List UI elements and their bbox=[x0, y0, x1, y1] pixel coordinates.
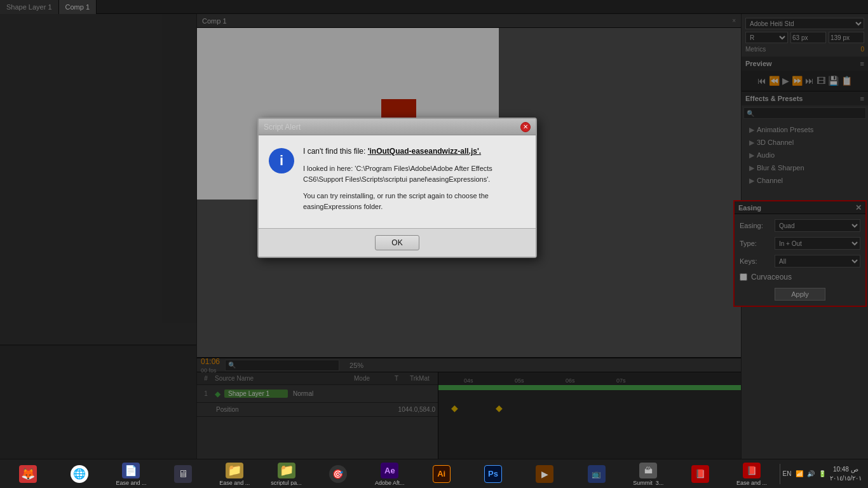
dialog-title-bar: Script Alert ✕ bbox=[259, 119, 536, 135]
ai-icon: Ai bbox=[433, 465, 451, 483]
ease-1-icon: 📄 bbox=[122, 463, 140, 478]
taskbar-label-ease-1: Ease and ... bbox=[116, 480, 146, 485]
kwp-icon: 🖥 bbox=[174, 465, 192, 483]
ae-icon: Ae bbox=[381, 463, 398, 478]
taskbar-label-ease-3: Ease and ... bbox=[736, 480, 767, 485]
321-icon: 📺 bbox=[588, 465, 606, 483]
taskbar-item-ease-and-2[interactable]: 📁 Ease and ... bbox=[210, 461, 260, 487]
dialog-body: i I can't find this file: 'inOutQuad-eas… bbox=[259, 135, 536, 228]
taskbar-label-scriptul: scriptul pa... bbox=[271, 480, 302, 485]
taskbar-item-firefox[interactable]: 🦊 bbox=[3, 461, 53, 487]
dialog-title-text: Script Alert bbox=[264, 123, 301, 132]
taskbar-separator bbox=[780, 464, 780, 484]
dialog-sub-message-1: I looked in here: 'C:\Program Files\Adob… bbox=[303, 163, 526, 184]
dialog-info-icon: i bbox=[269, 148, 294, 173]
taskbar-item-kwp[interactable]: 🖥 bbox=[158, 461, 208, 487]
taskbar-label-summit: Summit_3... bbox=[633, 480, 663, 485]
taskbar-item-321[interactable]: 📺 bbox=[571, 461, 621, 487]
taskbar-item-media[interactable]: ▶ bbox=[520, 461, 570, 487]
dialog-footer: OK bbox=[259, 228, 536, 257]
ae-ball-icon: 🎯 bbox=[329, 465, 347, 483]
tray-battery-icon: 🔋 bbox=[818, 470, 826, 477]
media-icon: ▶ bbox=[536, 465, 553, 483]
taskbar-item-ae-ball[interactable]: 🎯 bbox=[313, 461, 363, 487]
clock-date: ٢٠١٤/١٥/٢٠١ bbox=[830, 474, 862, 483]
taskbar-system-tray: EN 📶 🔊 🔋 10:48 ص ٢٠١٤/١٥/٢٠١ bbox=[783, 465, 865, 483]
taskbar-item-ease-and-3[interactable]: 📕 Ease and ... bbox=[726, 461, 776, 487]
dialog-ok-button[interactable]: OK bbox=[375, 235, 419, 250]
chrome-icon: 🌐 bbox=[71, 465, 88, 483]
taskbar-item-pdf[interactable]: 📕 bbox=[675, 461, 725, 487]
ease-3-icon: 📕 bbox=[743, 463, 761, 478]
ps-icon: Ps bbox=[484, 465, 502, 483]
taskbar: 🦊 🌐 📄 Ease and ... 🖥 📁 Ease and ... 📁 sc… bbox=[0, 459, 868, 488]
taskbar-item-scriptul[interactable]: 📁 scriptul pa... bbox=[261, 461, 311, 487]
tray-network-icon: 📶 bbox=[796, 470, 803, 477]
ease-2-icon: 📁 bbox=[226, 463, 243, 478]
dialog-sub-message-2: You can try reinstalling, or run the scr… bbox=[303, 191, 526, 212]
clock-time: 10:48 ص bbox=[830, 465, 862, 474]
taskbar-item-ps[interactable]: Ps bbox=[468, 461, 518, 487]
dialog-text-area: I can't find this file: 'inOutQuad-easea… bbox=[303, 146, 526, 218]
scriptul-icon: 📁 bbox=[278, 463, 295, 478]
taskbar-label-ae: Adobe Aft... bbox=[375, 480, 405, 485]
taskbar-item-chrome[interactable]: 🌐 bbox=[54, 461, 104, 487]
taskbar-item-ease-and-1[interactable]: 📄 Ease and ... bbox=[106, 461, 156, 487]
firefox-icon: 🦊 bbox=[19, 465, 37, 483]
tray-sound-icon: 🔊 bbox=[807, 470, 815, 477]
script-alert-dialog: Script Alert ✕ i I can't find this file:… bbox=[257, 118, 537, 258]
taskbar-label-ease-2: Ease and ... bbox=[219, 480, 250, 485]
taskbar-item-summit[interactable]: 🏔 Summit_3... bbox=[623, 461, 674, 487]
taskbar-item-ai[interactable]: Ai bbox=[416, 461, 466, 487]
tray-lang: EN bbox=[783, 470, 792, 477]
pdf-icon: 📕 bbox=[691, 465, 709, 483]
clock: 10:48 ص ٢٠١٤/١٥/٢٠١ bbox=[830, 465, 862, 483]
taskbar-item-adobe-aft[interactable]: Ae Adobe Aft... bbox=[365, 461, 415, 487]
summit-icon: 🏔 bbox=[639, 463, 657, 478]
dialog-close-button[interactable]: ✕ bbox=[520, 122, 531, 132]
dialog-main-message: I can't find this file: 'inOutQuad-easea… bbox=[303, 146, 526, 157]
dialog-overlay: Script Alert ✕ i I can't find this file:… bbox=[0, 0, 868, 488]
